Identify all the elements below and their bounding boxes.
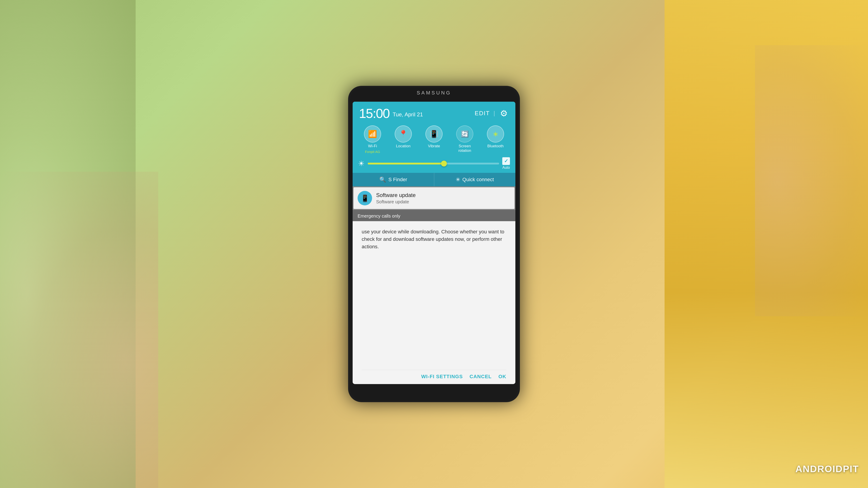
- header-divider: |: [493, 110, 495, 117]
- clock-time: 15:00: [359, 106, 390, 121]
- brightness-sun-icon: ☀: [358, 159, 365, 168]
- wifi-icon: 📶: [368, 130, 377, 138]
- toggle-bluetooth[interactable]: ∗ Bluetooth: [487, 125, 504, 154]
- notification-panel: 15:00 Tue, April 21 EDIT | ⚙ 📶: [352, 102, 515, 186]
- settings-button[interactable]: ⚙: [499, 108, 509, 119]
- dialog-buttons: WI-FI SETTINGS CANCEL OK: [362, 370, 506, 380]
- quick-connect-icon: ✳: [456, 176, 460, 183]
- rotation-toggle-circle: 🔄: [456, 125, 473, 142]
- edit-button[interactable]: EDIT: [475, 110, 490, 117]
- header-actions: EDIT | ⚙: [475, 108, 509, 119]
- auto-brightness-toggle[interactable]: ✓ Auto: [502, 157, 510, 170]
- panel-header: 15:00 Tue, April 21 EDIT | ⚙: [352, 102, 515, 123]
- ok-button[interactable]: OK: [498, 374, 506, 380]
- toggle-vibrate[interactable]: 📳 Vibrate: [426, 125, 442, 154]
- location-toggle-circle: 📍: [395, 125, 412, 142]
- vibrate-toggle-circle: 📳: [426, 125, 442, 142]
- notif-title: Software update: [376, 192, 416, 198]
- dialog-content: use your device while downloading. Choos…: [352, 221, 515, 384]
- notif-icon-circle: 📱: [358, 191, 372, 205]
- phone: SAMSUNG 15:00 Tue, April 21 EDIT | ⚙: [348, 86, 520, 402]
- bluetooth-label: Bluetooth: [487, 144, 504, 149]
- wifi-label: Wi-Fi: [368, 144, 377, 149]
- notif-subtitle: Software update: [376, 199, 416, 204]
- location-label: Location: [396, 144, 410, 149]
- auto-label: Auto: [502, 166, 510, 170]
- quick-connect-button[interactable]: ✳ Quick connect: [434, 173, 516, 186]
- gear-icon: ⚙: [500, 108, 508, 119]
- brightness-row: ☀ ✓ Auto: [352, 155, 515, 173]
- rotation-icon: 🔄: [461, 130, 469, 138]
- screen: 15:00 Tue, April 21 EDIT | ⚙ 📶: [352, 102, 515, 384]
- s-finder-button[interactable]: 🔍 S Finder: [352, 173, 434, 186]
- cancel-button[interactable]: CANCEL: [469, 374, 492, 380]
- clock-date: Tue, April 21: [393, 111, 423, 118]
- wifi-settings-button[interactable]: WI-FI SETTINGS: [421, 374, 463, 380]
- emergency-calls-text: Emergency calls only: [358, 214, 400, 219]
- toggle-location[interactable]: 📍 Location: [395, 125, 412, 154]
- dialog-area: Emergency calls only use your device whi…: [352, 210, 515, 384]
- search-icon: 🔍: [379, 176, 386, 183]
- bluetooth-icon: ∗: [493, 130, 499, 138]
- finder-row: 🔍 S Finder ✳ Quick connect: [352, 173, 515, 186]
- vibrate-label: Vibrate: [428, 144, 440, 149]
- scene: SAMSUNG 15:00 Tue, April 21 EDIT | ⚙: [0, 0, 868, 488]
- brightness-slider[interactable]: [368, 163, 499, 164]
- notif-text-block: Software update Software update: [376, 192, 416, 204]
- toggle-wifi[interactable]: 📶 Wi-Fi Fonpit AG: [364, 125, 381, 154]
- brightness-fill: [368, 163, 444, 164]
- androidpit-watermark: ANDROIDPIT: [796, 464, 859, 475]
- wifi-sublabel: Fonpit AG: [365, 150, 380, 154]
- brightness-thumb: [441, 161, 447, 166]
- checkmark-icon: ✓: [504, 158, 508, 164]
- notification-card[interactable]: 📱 Software update Software update: [353, 187, 515, 209]
- dialog-body: use your device while downloading. Choos…: [362, 228, 506, 370]
- software-update-icon: 📱: [361, 194, 369, 202]
- location-icon: 📍: [399, 130, 408, 138]
- auto-check-box: ✓: [502, 157, 510, 165]
- quick-connect-label: Quick connect: [463, 177, 494, 183]
- bluetooth-toggle-circle: ∗: [487, 125, 504, 142]
- wifi-toggle-circle: 📶: [364, 125, 381, 142]
- toggle-screen-rotation[interactable]: 🔄 Screenrotation: [456, 125, 473, 154]
- samsung-brand: SAMSUNG: [416, 90, 451, 96]
- quick-toggles: 📶 Wi-Fi Fonpit AG 📍 Location 📳: [352, 123, 515, 155]
- s-finder-label: S Finder: [388, 177, 407, 183]
- vibrate-icon: 📳: [430, 130, 438, 138]
- rotation-label: Screenrotation: [458, 144, 471, 153]
